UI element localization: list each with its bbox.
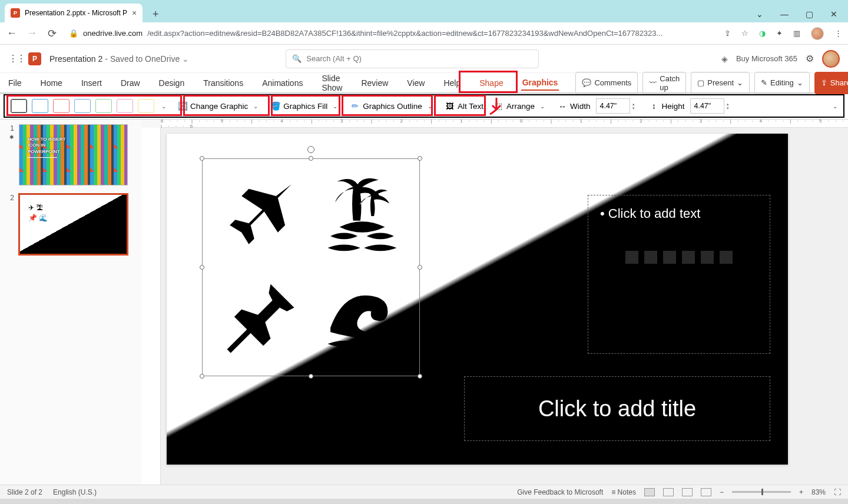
close-window-icon[interactable]: ✕ [828,9,840,19]
tab-animations[interactable]: Animations [261,76,304,90]
present-button[interactable]: ▢ Present ⌄ [691,72,750,94]
slide-thumbnail-panel[interactable]: 1✱ HOW TO INSERTICON INPOWERPOINT 2 ✈ 🏝📌… [0,120,141,485]
tab-file[interactable]: File [7,76,23,90]
language-indicator[interactable]: English (U.S.) [53,488,97,496]
tab-shape[interactable]: Shape [478,76,504,90]
chart-icon[interactable] [644,251,657,264]
tab-insert[interactable]: Insert [80,76,103,90]
sorter-view-icon[interactable] [663,488,674,496]
height-input[interactable] [690,98,724,114]
slide-thumbnail[interactable]: HOW TO INSERTICON INPOWERPOINT [19,124,128,185]
tab-home[interactable]: Home [39,76,64,90]
resize-handle[interactable] [418,374,422,379]
height-spinner[interactable]: ▴▾ [727,102,729,110]
zoom-slider[interactable] [732,491,791,493]
resize-handle[interactable] [418,265,422,270]
graphics-outline-button[interactable]: ✏Graphics Outline⌄ [346,97,439,115]
chevron-down-icon[interactable]: ⌄ [159,103,168,110]
browser-tab[interactable]: P Presentation 2.pptx - Microsoft P × [5,4,143,22]
document-title[interactable]: Presentation 2 - Saved to OneDrive ⌄ [49,54,189,64]
change-graphic-button[interactable]: 🔄Change Graphic⌄ [173,97,265,115]
rotate-handle[interactable] [307,146,314,153]
width-input[interactable] [596,98,630,114]
style-swatch-pink[interactable] [117,99,133,113]
tab-review[interactable]: Review [360,76,389,90]
slide-canvas[interactable]: Click to add text Click to add title [167,134,788,465]
app-launcher-icon[interactable] [8,53,20,65]
slide-indicator[interactable]: Slide 2 of 2 [7,488,42,496]
table-icon[interactable] [625,251,638,264]
zoom-out-icon[interactable]: − [720,488,724,496]
address-bar[interactable]: 🔒 onedrive.live.com/edit.aspx?action=edi… [69,29,693,38]
tab-slideshow[interactable]: Slide Show [320,71,343,95]
tab-help[interactable]: Help [442,76,462,90]
chevron-down-icon[interactable]: ⌄ [754,9,766,19]
slide-thumb-2[interactable]: 2 ✈ 🏝📌 🌊 [7,194,134,255]
width-spinner[interactable]: ▴▾ [632,102,635,110]
ribbon-overflow-icon[interactable]: ⌄ [830,103,841,110]
zoom-in-icon[interactable]: + [799,488,803,496]
tab-draw[interactable]: Draw [120,76,141,90]
resize-handle[interactable] [200,374,204,379]
video-icon[interactable] [720,251,733,264]
minimize-icon[interactable]: — [779,9,790,19]
style-swatch-red[interactable] [53,99,69,113]
buy-link[interactable]: Buy Microsoft 365 [736,54,797,63]
maximize-icon[interactable]: ▢ [803,9,815,19]
share-page-icon[interactable]: ⇪ [724,29,731,38]
new-tab-button[interactable]: + [147,6,164,22]
style-swatch-black[interactable] [11,99,27,113]
zoom-level[interactable]: 83% [811,488,826,496]
chevron-down-icon[interactable]: ⌄ [182,54,189,64]
placeholder-icons[interactable] [600,251,758,264]
arrange-button[interactable]: ⬚Arrange⌄ [489,97,552,115]
reading-view-icon[interactable] [682,488,693,496]
search-input[interactable]: 🔍 Search (Alt + Q) [286,49,539,68]
smartart-icon[interactable] [663,251,676,264]
style-swatch-yellow[interactable] [138,99,154,113]
tab-transitions[interactable]: Transitions [202,76,244,90]
extension-icon[interactable]: ◑ [759,29,766,38]
profile-avatar[interactable] [811,27,824,40]
airplane-icon[interactable] [214,171,305,261]
style-swatch-lightblue[interactable] [74,99,91,113]
resize-handle[interactable] [200,265,204,270]
style-swatch-green[interactable] [95,99,112,113]
slide-thumbnail[interactable]: ✈ 🏝📌 🌊 [19,194,128,255]
share-button[interactable]: ⇪ Share ⌄ [814,72,848,94]
alt-text-button[interactable]: 🖼Alt Text [440,97,488,115]
fit-icon[interactable]: ⛶ [834,488,841,496]
feedback-link[interactable]: Give Feedback to Microsoft [517,488,603,496]
pin-icon[interactable] [214,273,305,364]
tab-graphics[interactable]: Graphics [521,75,559,91]
content-placeholder[interactable]: Click to add text [588,195,770,354]
tab-design[interactable]: Design [158,76,186,90]
catchup-button[interactable]: 〰 Catch up [642,72,686,94]
normal-view-icon[interactable] [644,488,655,496]
bookmark-icon[interactable]: ☆ [741,29,748,38]
online-picture-icon[interactable] [701,251,714,264]
resize-handle[interactable] [200,156,204,161]
slide-thumb-1[interactable]: 1✱ HOW TO INSERTICON INPOWERPOINT [7,124,134,185]
notes-button[interactable]: ≡ Notes [611,488,636,496]
graphic-styles-gallery[interactable]: ⌄ [7,99,172,113]
extensions-icon[interactable]: ✦ [776,29,783,38]
selected-graphic-group[interactable] [202,158,420,376]
resize-handle[interactable] [418,156,422,161]
style-swatch-blue[interactable] [32,99,48,113]
sidepanel-icon[interactable]: ▥ [793,29,800,38]
picture-icon[interactable] [682,251,695,264]
comments-button[interactable]: 💬 Comments [575,72,638,94]
account-avatar[interactable] [822,50,840,68]
slideshow-view-icon[interactable] [701,488,711,496]
tab-view[interactable]: View [406,76,426,90]
island-icon[interactable] [317,171,408,261]
resize-handle[interactable] [309,374,313,379]
forward-icon[interactable]: → [26,27,38,39]
title-placeholder[interactable]: Click to add title [464,376,770,441]
resize-handle[interactable] [309,156,313,161]
wave-icon[interactable] [317,273,408,364]
close-icon[interactable]: × [132,8,137,18]
menu-icon[interactable]: ⋮ [834,29,842,38]
graphics-fill-button[interactable]: 🪣Graphics Fill⌄ [266,97,344,115]
